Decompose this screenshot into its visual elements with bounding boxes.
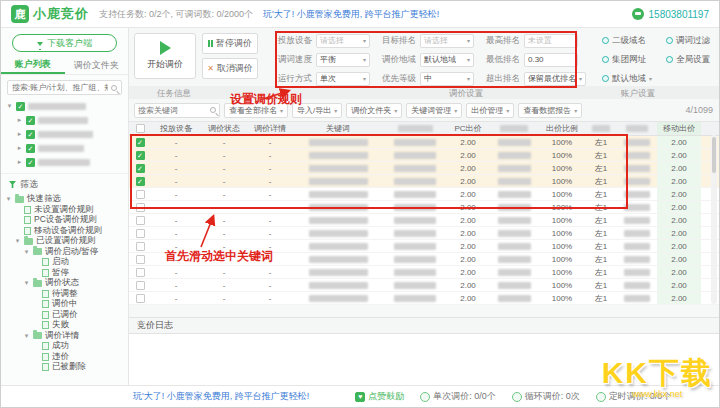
column-header[interactable] xyxy=(617,122,657,135)
filter-dropdown[interactable]: 出价管理▾ xyxy=(466,103,514,118)
table-row[interactable]: ---2.00100%左12.00 xyxy=(129,227,719,240)
setting-select[interactable]: 单次▾ xyxy=(316,72,370,86)
filter-dropdown[interactable]: 调价文件夹▾ xyxy=(346,103,402,118)
row-checkbox[interactable] xyxy=(136,216,145,225)
keyword-search-input[interactable] xyxy=(138,106,208,115)
table-row[interactable]: ✓---2.00100%左12.00 xyxy=(129,175,719,188)
caret-icon[interactable]: ▾ xyxy=(23,279,30,287)
cell-detail: - xyxy=(247,188,293,200)
status-item[interactable]: 循环调价: 0次 xyxy=(512,390,580,403)
column-header[interactable]: 移动出价 xyxy=(657,122,701,135)
caret-icon xyxy=(32,259,39,266)
quick-option[interactable]: 默认地域▾ xyxy=(602,73,652,85)
caret-icon[interactable]: ▸ xyxy=(16,158,23,166)
row-checkbox[interactable] xyxy=(136,294,145,303)
caret-icon[interactable]: ▸ xyxy=(16,130,23,138)
tab-account-list[interactable]: 账户列表 xyxy=(1,56,65,74)
table-row[interactable]: ✓---2.00100%左12.00 xyxy=(129,136,719,149)
filter-dropdown[interactable]: 查看全部排名▾ xyxy=(224,103,288,118)
row-checkbox[interactable]: ✓ xyxy=(136,177,145,186)
row-checkbox[interactable]: ✓ xyxy=(136,151,145,160)
row-checkbox[interactable] xyxy=(136,242,145,251)
sidebar-search-input[interactable] xyxy=(12,83,108,92)
filter-dropdown[interactable]: 导入/导出▾ xyxy=(292,103,342,118)
account-tree-item[interactable]: ▸✓ xyxy=(1,127,128,141)
row-checkbox[interactable] xyxy=(136,229,145,238)
account-tree-item[interactable]: ▾✓ xyxy=(1,99,128,113)
row-checkbox[interactable] xyxy=(136,203,145,212)
tree-checkbox[interactable]: ✓ xyxy=(26,158,35,167)
table-scrollbar[interactable] xyxy=(711,135,717,304)
account-tree-item[interactable]: ▸✓ xyxy=(1,113,128,127)
table-row[interactable]: ✓---2.00100%左12.00 xyxy=(129,162,719,175)
select-all-checkbox[interactable] xyxy=(136,124,145,133)
column-header[interactable]: 调价状态 xyxy=(201,122,247,135)
table-row[interactable]: ---2.00100%左12.00 xyxy=(129,253,719,266)
table-row[interactable]: ---2.00100%左12.00 xyxy=(129,188,719,201)
row-checkbox[interactable] xyxy=(136,255,145,264)
row-checkbox[interactable] xyxy=(136,190,145,199)
account-tree-item[interactable]: ▸✓ xyxy=(1,141,128,155)
column-header[interactable] xyxy=(383,122,447,135)
table-row[interactable]: ✓---2.00100%左12.00 xyxy=(129,149,719,162)
table-row[interactable]: ---2.00100%左12.00 xyxy=(129,266,719,279)
quick-option[interactable]: 二级域名 xyxy=(602,35,652,47)
caret-icon[interactable]: ▸ xyxy=(16,144,23,152)
status-item[interactable]: ♥点赞鼓励 xyxy=(355,390,404,403)
account-tree-item[interactable]: ▸✓ xyxy=(1,155,128,169)
caret-icon[interactable]: ▾ xyxy=(23,332,30,340)
filter-dropdown[interactable]: 查看数据报告▾ xyxy=(518,103,582,118)
setting-select[interactable]: 平衡▾ xyxy=(316,53,370,67)
tree-checkbox[interactable]: ✓ xyxy=(16,102,25,111)
setting-input[interactable]: 未设置 xyxy=(524,34,578,48)
caret-icon[interactable]: ▾ xyxy=(14,237,21,245)
status-item[interactable]: 定时调价: 0/0个 xyxy=(596,390,672,403)
caret-icon[interactable]: ▾ xyxy=(23,248,30,256)
setting-select[interactable]: 中▾ xyxy=(420,72,474,86)
tree-checkbox[interactable]: ✓ xyxy=(26,130,35,139)
tree-checkbox[interactable]: ✓ xyxy=(26,116,35,125)
column-header[interactable]: 调价详情 xyxy=(247,122,293,135)
bid-log-bar[interactable]: 竞价日志 xyxy=(129,317,719,334)
row-checkbox[interactable] xyxy=(136,281,145,290)
pause-bidding-button[interactable]: 暂停调价 xyxy=(202,33,258,54)
tree-checkbox[interactable]: ✓ xyxy=(26,144,35,153)
option-icon xyxy=(602,37,609,44)
footer-promo-link[interactable]: 玩'大了! 小鹿管家免费用, 跨平台推广更轻松! xyxy=(133,390,309,403)
row-checkbox[interactable]: ✓ xyxy=(136,164,145,173)
caret-icon[interactable]: ▾ xyxy=(5,195,12,203)
filter-dropdown[interactable]: 关键词管理▾ xyxy=(406,103,462,118)
table-row[interactable]: ---2.00100%左12.00 xyxy=(129,214,719,227)
status-item[interactable]: 单次调价: 0/0个 xyxy=(420,390,496,403)
quick-filter-item[interactable]: 已被删除 xyxy=(1,362,128,373)
start-bidding-button[interactable]: 开始调价 xyxy=(134,33,196,79)
caret-icon[interactable]: ▾ xyxy=(6,102,13,110)
scrollbar-thumb[interactable] xyxy=(712,137,716,173)
promo-link[interactable]: 玩'大了! 小鹿管家免费用, 跨平台推广更轻松! xyxy=(263,8,439,21)
setting-select[interactable]: 默认地域▾ xyxy=(420,53,474,67)
row-checkbox[interactable]: ✓ xyxy=(136,138,145,147)
cancel-bidding-button[interactable]: ✕ 取消调价 xyxy=(202,58,258,79)
table-row[interactable]: ---2.00100%左12.00 xyxy=(129,201,719,214)
table-row[interactable]: ---2.00100%左12.00 xyxy=(129,240,719,253)
quick-option[interactable]: 全局设置 xyxy=(666,54,710,66)
table-row[interactable]: ---2.00100%左12.00 xyxy=(129,279,719,292)
setting-select[interactable]: 请选择▾ xyxy=(420,34,474,48)
column-header[interactable]: 关键词 xyxy=(293,122,383,135)
column-header[interactable]: 投放设备 xyxy=(151,122,201,135)
setting-select[interactable]: 保留最优排名▾ xyxy=(524,72,586,86)
quick-option[interactable]: 调词过滤 xyxy=(666,35,710,47)
column-header[interactable] xyxy=(585,122,617,135)
column-header[interactable] xyxy=(489,122,539,135)
caret-icon[interactable]: ▸ xyxy=(16,116,23,124)
tab-price-folder[interactable]: 调价文件夹 xyxy=(65,56,129,74)
chat-icon[interactable] xyxy=(632,8,644,20)
row-checkbox[interactable] xyxy=(136,268,145,277)
column-header[interactable]: 出价比例 xyxy=(539,122,585,135)
download-client-button[interactable]: 下载客户端 xyxy=(12,34,117,52)
setting-input[interactable]: 0.30 xyxy=(524,53,578,67)
table-row[interactable]: ---2.00100%左12.00 xyxy=(129,292,719,305)
quick-option[interactable]: 集团网址 xyxy=(602,54,652,66)
column-header[interactable]: PC出价 xyxy=(447,122,489,135)
setting-select[interactable]: 请选择▾ xyxy=(316,34,370,48)
